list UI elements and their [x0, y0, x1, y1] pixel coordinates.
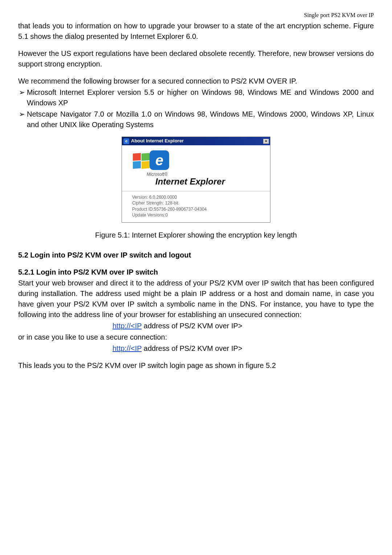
url-rest: address of PS/2 KVM over IP> — [142, 344, 242, 352]
ie-logo-icon: e — [150, 150, 169, 170]
heading-5-2-1: 5.2.1 Login into PS/2 KVM over IP switch — [18, 267, 374, 278]
paragraph-login-page: This leads you to the PS/2 KVM over IP s… — [18, 360, 374, 371]
paragraph-recommend: We recommend the following browser for a… — [18, 76, 374, 86]
dialog-logo-area: e Microsoft® Internet Explorer — [122, 145, 270, 191]
dialog-titlebar: e About Internet Explorer × — [122, 137, 270, 145]
list-item: ➢ Microsoft Internet Explorer version 5.… — [18, 87, 374, 108]
url-rest: address of PS/2 KVM over IP> — [142, 322, 242, 330]
paragraph-intro: that leads you to information on how to … — [18, 21, 374, 42]
cipher-line: Cipher Strength: 128-bit — [132, 200, 264, 206]
page-header-right: Single port PS2 KVM over IP — [18, 11, 374, 19]
figure-caption: Figure 5.1: Internet Explorer showing th… — [18, 230, 374, 240]
dialog-title: About Internet Explorer — [131, 138, 263, 145]
update-line: Update Versions:0 — [132, 212, 264, 218]
paragraph-export: However the US export regulations have b… — [18, 48, 374, 69]
paragraph-secure: or in case you like to use a secure conn… — [18, 332, 374, 343]
ie-small-icon: e — [123, 138, 129, 144]
ie-wordmark: Internet Explorer — [155, 175, 264, 188]
version-line: Version: 6.0.2600.0000 — [132, 194, 264, 200]
list-item-text: Microsoft Internet Explorer version 5.5 … — [27, 87, 374, 108]
windows-flag-icon — [132, 153, 151, 171]
paragraph-login-intro: Start your web browser and direct it to … — [18, 278, 374, 320]
bullet-icon: ➢ — [18, 87, 27, 108]
dialog-info: Version: 6.0.2600.0000 Cipher Strength: … — [122, 191, 270, 222]
bullet-icon: ➢ — [18, 109, 27, 130]
about-ie-dialog: e About Internet Explorer × e Microsoft®… — [122, 137, 270, 223]
url-line-1: http://<IP address of PS/2 KVM over IP> — [18, 321, 374, 331]
browser-list: ➢ Microsoft Internet Explorer version 5.… — [18, 87, 374, 130]
url-line-2: http://<IP address of PS/2 KVM over IP> — [18, 343, 374, 354]
list-item-text: Netscape Navigator 7.0 or Mozilla 1.0 on… — [27, 109, 374, 130]
http-link[interactable]: http://<IP — [113, 322, 142, 330]
dialog-figure: e About Internet Explorer × e Microsoft®… — [18, 137, 374, 223]
product-id-line: Product ID:55736-260-8906737-04304 — [132, 206, 264, 212]
heading-5-2: 5.2 Login into PS/2 KVM over IP switch a… — [18, 250, 374, 260]
http-link[interactable]: http://<IP — [113, 344, 142, 352]
list-item: ➢ Netscape Navigator 7.0 or Mozilla 1.0 … — [18, 109, 374, 130]
close-icon[interactable]: × — [263, 139, 269, 144]
